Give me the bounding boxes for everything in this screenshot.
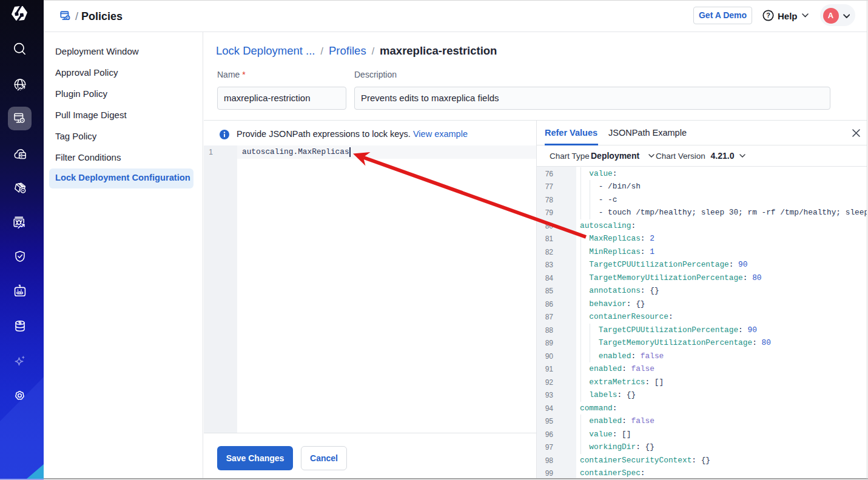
svg-text:?: ?	[766, 12, 770, 19]
